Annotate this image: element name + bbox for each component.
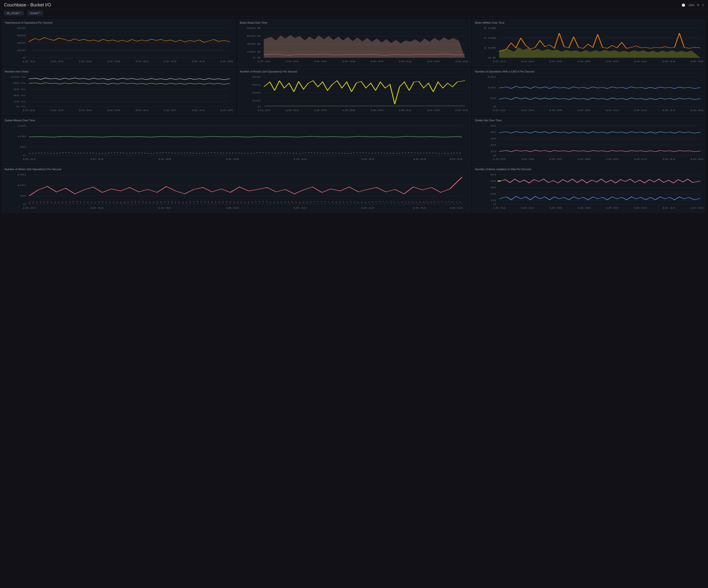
svg-text:18:46: 18:46	[455, 60, 468, 63]
refresh-icon[interactable]: ↻	[697, 3, 699, 7]
svg-text:0: 0	[493, 105, 496, 108]
svg-text:18:36: 18:36	[79, 109, 92, 112]
svg-text:18:42: 18:42	[361, 207, 375, 209]
var-bucket[interactable]: bucket *	[28, 11, 43, 15]
svg-text:0 B: 0 B	[488, 57, 496, 59]
panel-title: Number of Items Updated on Disk Per Seco…	[475, 168, 703, 171]
panel-title: Bytes Read Over Time	[240, 21, 468, 24]
svg-text:80 %: 80 %	[13, 82, 26, 84]
svg-text:100: 100	[17, 135, 26, 138]
panel-resident-ratio: Resident Item Ratio 100 % 80 % 60 % 40 %…	[2, 68, 236, 115]
toolbar: db_cluster * bucket *	[0, 9, 708, 17]
svg-text:18:46: 18:46	[690, 60, 703, 63]
svg-text:200: 200	[252, 91, 261, 94]
svg-text:150: 150	[17, 173, 26, 176]
chart-delete-hits: 50 40 30 20 10 0 18:32 18:34 18:36 18:38…	[475, 123, 703, 163]
svg-text:18:32: 18:32	[492, 60, 506, 63]
svg-text:18:38: 18:38	[107, 60, 120, 63]
time-range[interactable]: -15m	[688, 3, 695, 7]
svg-text:18:42: 18:42	[163, 60, 177, 63]
svg-text:18:34: 18:34	[286, 109, 299, 112]
svg-text:18:36: 18:36	[158, 207, 172, 209]
chart-bytes-written: 3 MB 2 MB 1 MB 0 B 18:32 18:34 18:36 18:…	[475, 26, 703, 65]
svg-text:0: 0	[258, 105, 261, 108]
svg-text:18:34: 18:34	[50, 60, 64, 63]
svg-text:18:34: 18:34	[521, 60, 534, 63]
svg-text:18:38: 18:38	[577, 158, 591, 160]
chart-delete-misses: 150 100 50 0 18:32 18:34 18:36 18:38 18:…	[5, 123, 468, 163]
svg-text:100: 100	[252, 99, 261, 102]
svg-text:20 %: 20 %	[13, 100, 26, 103]
svg-text:400: 400	[17, 42, 26, 44]
svg-text:600: 600	[17, 34, 26, 37]
var-db-cluster[interactable]: db_cluster *	[4, 11, 24, 15]
svg-text:400: 400	[252, 76, 261, 78]
panel-title: Bytes Written Over Time	[475, 21, 703, 24]
svg-text:0: 0	[23, 203, 26, 205]
svg-text:18:38: 18:38	[342, 109, 355, 112]
svg-text:18:40: 18:40	[370, 60, 384, 63]
svg-text:18:38: 18:38	[577, 60, 591, 63]
svg-text:200: 200	[17, 49, 26, 52]
svg-text:18:40: 18:40	[135, 109, 148, 112]
svg-text:18:38: 18:38	[107, 109, 120, 112]
svg-text:18:42: 18:42	[633, 60, 647, 63]
filter-icon[interactable]: ▽	[702, 3, 704, 7]
svg-text:18:42: 18:42	[633, 207, 647, 209]
svg-text:50: 50	[20, 195, 26, 197]
svg-text:18:32: 18:32	[257, 109, 271, 112]
svg-text:18:38: 18:38	[342, 60, 355, 63]
svg-text:18:32: 18:32	[22, 109, 35, 112]
svg-text:18:46: 18:46	[690, 207, 703, 209]
svg-text:18:44: 18:44	[191, 109, 205, 112]
svg-text:18:32: 18:32	[22, 158, 36, 160]
svg-text:18:40: 18:40	[605, 207, 619, 209]
svg-text:100 %: 100 %	[10, 76, 26, 78]
svg-text:18:38: 18:38	[225, 158, 239, 160]
panel-title: Number of Operations With a CAS id Per S…	[475, 70, 703, 73]
svg-text:18:46: 18:46	[219, 60, 233, 63]
svg-text:18:42: 18:42	[361, 158, 375, 160]
svg-text:18:32: 18:32	[22, 207, 36, 209]
panel-writes-per-sec: Number of Writes (Set Operations) Per Se…	[2, 166, 471, 213]
svg-text:0: 0	[23, 154, 26, 157]
svg-text:0: 0	[23, 57, 26, 59]
svg-text:40: 40	[490, 180, 496, 182]
svg-text:30: 30	[490, 137, 496, 140]
svg-text:18:32: 18:32	[492, 109, 506, 112]
svg-text:200 B: 200 B	[247, 51, 261, 53]
svg-text:0 B: 0 B	[253, 57, 261, 59]
svg-text:18:40: 18:40	[293, 207, 307, 209]
svg-text:18:44: 18:44	[661, 60, 675, 63]
svg-text:18:46: 18:46	[449, 158, 463, 160]
svg-text:18:36: 18:36	[158, 158, 172, 160]
panel-title: Resident Item Ratio	[5, 70, 233, 73]
svg-text:18:46: 18:46	[449, 207, 463, 209]
dashboard-grid: Total Amount of Operations Per Second 80…	[0, 17, 708, 215]
svg-text:0: 0	[493, 154, 496, 157]
svg-text:18:42: 18:42	[633, 158, 647, 160]
header: Couchbase - Bucket I/O 🕐 -15m ↻ ▽	[0, 0, 708, 9]
svg-text:18:34: 18:34	[521, 207, 534, 209]
chart-writes-per-sec: 150 100 50 0 18:32 18:34 18:36 18:38 18:…	[5, 172, 468, 212]
svg-text:18:34: 18:34	[90, 158, 104, 160]
svg-text:18:32: 18:32	[492, 207, 506, 209]
svg-text:18:34: 18:34	[521, 158, 534, 160]
svg-text:150: 150	[17, 124, 26, 127]
svg-text:0 %: 0 %	[16, 105, 26, 108]
panel-title: Delete Misses Over Time	[5, 119, 468, 122]
svg-text:18:36: 18:36	[314, 60, 327, 63]
svg-text:30: 30	[490, 186, 496, 189]
svg-text:18:44: 18:44	[426, 60, 440, 63]
svg-text:18:46: 18:46	[690, 109, 703, 112]
svg-text:18:34: 18:34	[521, 109, 534, 112]
svg-text:18:36: 18:36	[314, 109, 327, 112]
panel-items-updated-disk: Number of Items Updated on Disk Per Seco…	[472, 166, 706, 213]
svg-text:18:32: 18:32	[492, 158, 506, 160]
svg-text:50: 50	[490, 97, 496, 99]
svg-text:800: 800	[17, 27, 26, 29]
svg-text:18:36: 18:36	[549, 207, 562, 209]
panel-delete-hits: Delete Hits Over Time 50 40 30 20 10 0	[472, 117, 706, 164]
svg-text:50: 50	[490, 173, 496, 176]
svg-text:18:42: 18:42	[399, 60, 412, 63]
